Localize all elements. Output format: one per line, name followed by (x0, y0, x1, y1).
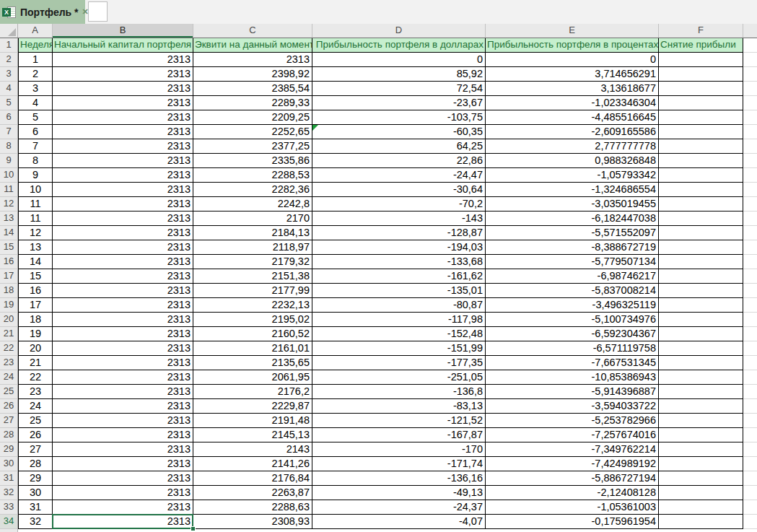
cell-D4[interactable]: 72,54 (312, 82, 486, 96)
cell-A11[interactable]: 10 (18, 183, 53, 197)
cell-B8[interactable]: 2313 (53, 139, 193, 154)
cell-B12[interactable]: 2313 (53, 197, 193, 212)
cell-G2[interactable] (743, 53, 757, 67)
cell-B20[interactable]: 2313 (53, 313, 193, 327)
row-header-32[interactable]: 32 (0, 486, 18, 500)
cell-F29[interactable] (659, 442, 743, 457)
cell-E16[interactable]: -5,779507134 (486, 255, 659, 269)
cell-B32[interactable]: 2313 (53, 486, 193, 500)
cell-F20[interactable] (659, 313, 743, 327)
cell-G6[interactable] (743, 110, 757, 125)
cell-C12[interactable]: 2242,8 (193, 197, 312, 212)
cell-G30[interactable] (743, 457, 757, 471)
cell-E17[interactable]: -6,98746217 (486, 269, 659, 284)
cell-F22[interactable] (659, 341, 743, 356)
cell-B15[interactable]: 2313 (53, 240, 193, 255)
cell-D3[interactable]: 85,92 (312, 67, 486, 82)
cell-A14[interactable]: 12 (18, 226, 53, 240)
cell-E4[interactable]: 3,13618677 (486, 82, 659, 96)
cell-D9[interactable]: 22,86 (312, 154, 486, 168)
cell-A21[interactable]: 19 (18, 327, 53, 341)
cell-A19[interactable]: 17 (18, 298, 53, 313)
row-header-7[interactable]: 7 (0, 125, 18, 139)
cell-B31[interactable]: 2313 (53, 471, 193, 486)
cell-C21[interactable]: 2160,52 (193, 327, 312, 341)
workbook-tab[interactable]: X Портфель * ✕ (0, 0, 85, 24)
cell-G31[interactable] (743, 471, 757, 486)
cell-E28[interactable]: -7,257674016 (486, 428, 659, 442)
cell-C29[interactable]: 2143 (193, 442, 312, 457)
cell-A34[interactable]: 32 (18, 515, 53, 529)
cell-C9[interactable]: 2335,86 (193, 154, 312, 168)
cell-F13[interactable] (659, 212, 743, 226)
cell-F23[interactable] (659, 356, 743, 370)
row-header-12[interactable]: 12 (0, 197, 18, 212)
cell-B29[interactable]: 2313 (53, 442, 193, 457)
cell-G1[interactable] (743, 38, 757, 53)
cell-B18[interactable]: 2313 (53, 284, 193, 298)
cell-E32[interactable]: -2,12408128 (486, 486, 659, 500)
cell-C15[interactable]: 2118,97 (193, 240, 312, 255)
row-header-13[interactable]: 13 (0, 212, 18, 226)
cell-E25[interactable]: -5,914396887 (486, 385, 659, 399)
cell-G15[interactable] (743, 240, 757, 255)
cell-F18[interactable] (659, 284, 743, 298)
cell-A22[interactable]: 20 (18, 341, 53, 356)
cell-F27[interactable] (659, 414, 743, 428)
cell-G28[interactable] (743, 428, 757, 442)
row-header-15[interactable]: 15 (0, 240, 18, 255)
select-all-corner[interactable] (0, 24, 18, 38)
cell-D22[interactable]: -151,99 (312, 341, 486, 356)
cell-E24[interactable]: -10,85386943 (486, 370, 659, 385)
fill-handle[interactable] (191, 526, 196, 531)
cell-A3[interactable]: 2 (18, 67, 53, 82)
cell-E11[interactable]: -1,324686554 (486, 183, 659, 197)
cell-F3[interactable] (659, 67, 743, 82)
cell-E30[interactable]: -7,424989192 (486, 457, 659, 471)
cell-A16[interactable]: 14 (18, 255, 53, 269)
cell-G20[interactable] (743, 313, 757, 327)
new-tab[interactable] (88, 1, 108, 22)
cell-B10[interactable]: 2313 (53, 168, 193, 183)
cell-A23[interactable]: 21 (18, 356, 53, 370)
cell-C26[interactable]: 2229,87 (193, 399, 312, 414)
cell-G9[interactable] (743, 154, 757, 168)
cell-A30[interactable]: 28 (18, 457, 53, 471)
row-header-10[interactable]: 10 (0, 168, 18, 183)
row-header-34[interactable]: 34 (0, 515, 18, 529)
cell-D18[interactable]: -135,01 (312, 284, 486, 298)
cell-G26[interactable] (743, 399, 757, 414)
cell-B5[interactable]: 2313 (53, 96, 193, 110)
cell-D16[interactable]: -133,68 (312, 255, 486, 269)
cell-A29[interactable]: 27 (18, 442, 53, 457)
cell-B6[interactable]: 2313 (53, 110, 193, 125)
cell-F6[interactable] (659, 110, 743, 125)
cell-A10[interactable]: 9 (18, 168, 53, 183)
cell-D33[interactable]: -24,37 (312, 500, 486, 515)
row-header-24[interactable]: 24 (0, 370, 18, 385)
cell-C34[interactable]: 2308,93 (193, 515, 312, 529)
cell-B26[interactable]: 2313 (53, 399, 193, 414)
cell-F24[interactable] (659, 370, 743, 385)
row-header-19[interactable]: 19 (0, 298, 18, 313)
cell-B19[interactable]: 2313 (53, 298, 193, 313)
cell-G27[interactable] (743, 414, 757, 428)
cell-D5[interactable]: -23,67 (312, 96, 486, 110)
cell-E13[interactable]: -6,182447038 (486, 212, 659, 226)
cell-C11[interactable]: 2282,36 (193, 183, 312, 197)
cell-F34[interactable] (659, 515, 743, 529)
row-header-16[interactable]: 16 (0, 255, 18, 269)
cell-E5[interactable]: -1,023346304 (486, 96, 659, 110)
cell-G21[interactable] (743, 327, 757, 341)
cell-F32[interactable] (659, 486, 743, 500)
column-title-cell-D1[interactable]: Прибыльность портфеля в долларах (312, 38, 486, 53)
cell-G23[interactable] (743, 356, 757, 370)
cell-F19[interactable] (659, 298, 743, 313)
cell-A18[interactable]: 16 (18, 284, 53, 298)
row-header-6[interactable]: 6 (0, 110, 18, 125)
cell-G18[interactable] (743, 284, 757, 298)
row-header-2[interactable]: 2 (0, 53, 18, 67)
cell-E3[interactable]: 3,714656291 (486, 67, 659, 82)
cell-G14[interactable] (743, 226, 757, 240)
row-header-partial[interactable] (0, 529, 18, 532)
